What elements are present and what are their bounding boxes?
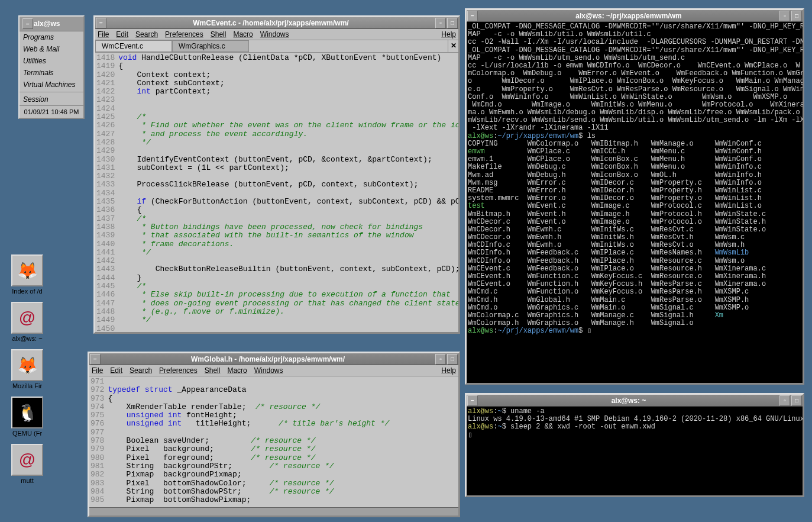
code-editor[interactable]: 971 972 973 974 975 976 977 978 979 980 … [89,376,458,507]
window-title: alx@ws: ~ [478,397,779,405]
maximize-icon[interactable]: □ [447,18,458,28]
desktop-icon-mutt[interactable]: @ mutt [7,444,47,484]
line-gutter: 1418 1419 1420 1421 1422 1423 1424 1425 … [96,54,118,331]
terminal-body[interactable]: _OL_COMPAT -DNO_MESSAGE_CATALOG -DMWMRCD… [467,22,803,383]
debian-icon: @ [11,302,43,334]
minimize-icon[interactable]: ▫ [779,395,790,406]
window-menu-icon[interactable]: − [467,11,478,21]
code-editor[interactable]: 1418 1419 1420 1421 1422 1423 1424 1425 … [95,53,458,332]
icon-label: mutt [7,477,47,484]
editor-window-1: − WmCEvent.c - /home/alx/prj/xapps/emwm/… [93,15,460,334]
menu-terminals[interactable]: Terminals [20,67,83,79]
window-title: alx@ws: ~/prj/xapps/emwm/wm [478,12,779,20]
tab-close-icon[interactable]: ✕ [448,40,458,52]
menubar: File Edit Search Preferences Shell Macro… [95,29,458,40]
tab-wmcevent[interactable]: WmCEvent.c [95,40,172,52]
menubar: File Edit Search Preferences Shell Macro… [89,365,458,376]
titlebar[interactable]: − WmGlobal.h - /home/alx/prj/xapps/emwm/… [89,353,458,365]
menu-windows[interactable]: Windows [260,30,289,38]
editor-window-2: − WmGlobal.h - /home/alx/prj/xapps/emwm/… [88,352,460,517]
menu-macro[interactable]: Macro [227,366,247,375]
desktop-icon-qemu[interactable]: 🐧 QEMU (Fr [7,397,47,437]
minimize-icon[interactable]: ▫ [435,18,446,28]
menu-edit[interactable]: Edit [110,366,122,375]
terminal-body[interactable]: alx@ws:~$ uname -a Linux ws 4.19.0-13-am… [467,407,803,495]
terminal-window-2: − alx@ws: ~ ▫ □ alx@ws:~$ uname -a Linux… [465,393,804,497]
titlebar[interactable]: − alx@ws: ~ ▫ □ [467,395,803,407]
menu-file[interactable]: File [98,30,109,38]
firefox-icon: 🦊 [11,349,43,381]
window-menu-icon[interactable]: − [96,18,106,28]
icon-label: alx@ws: ~ [7,335,47,342]
menu-preferences[interactable]: Preferences [159,366,198,375]
line-gutter: 971 972 973 974 975 976 977 978 979 980 … [90,378,108,506]
menu-search[interactable]: Search [130,366,152,375]
tab-wmgraphics[interactable]: WmGraphics.c [172,40,249,52]
maximize-icon[interactable]: □ [447,354,458,365]
debian-icon: @ [11,444,43,476]
maximize-icon[interactable]: □ [791,395,802,406]
window-menu-icon[interactable]: − [90,354,101,365]
menu-programs[interactable]: Programs [20,31,83,43]
icon-label: Index of /d [7,288,47,295]
titlebar[interactable]: − alx@ws: ~/prj/xapps/emwm/wm ▫ □ [467,10,803,22]
menu-session[interactable]: Session [20,94,83,105]
panel-clock: 01/09/21 10:46 PM [20,105,83,118]
icon-label: QEMU (Fr [7,430,47,437]
menu-file[interactable]: File [92,366,103,375]
menu-utilities[interactable]: Utilities [20,55,83,67]
titlebar[interactable]: − WmCEvent.c - /home/alx/prj/xapps/emwm/… [95,17,458,29]
panel-title-text: alx@ws [34,20,60,28]
menu-macro[interactable]: Macro [233,30,253,38]
desktop-icon-index[interactable]: 🦊 Index of /d [7,254,47,295]
horizontal-scrollbar[interactable] [89,507,458,515]
menu-windows[interactable]: Windows [254,366,283,375]
window-title: WmCEvent.c - /home/alx/prj/xapps/emwm/wm… [107,19,435,27]
menu-web-mail[interactable]: Web & Mail [20,43,83,55]
menu-preferences[interactable]: Preferences [165,30,203,38]
firefox-icon: 🦊 [11,254,43,286]
panel-title: − alx@ws [20,17,83,31]
menu-help[interactable]: Help [441,366,456,375]
window-menu-icon[interactable]: − [467,395,478,406]
minimize-icon[interactable]: ▫ [779,11,790,21]
code-body[interactable]: void HandleCButtonRelease (ClientData *p… [118,54,458,331]
menu-vms[interactable]: Virtual Machines [20,79,83,91]
window-title: WmGlobal.h - /home/alx/prj/xapps/emwm/wm… [101,355,435,363]
menu-search[interactable]: Search [135,30,158,38]
tab-bar: WmCEvent.c WmGraphics.c ✕ [95,40,458,53]
menu-shell[interactable]: Shell [205,366,221,375]
menu-shell[interactable]: Shell [211,30,227,38]
terminal-window-1: − alx@ws: ~/prj/xapps/emwm/wm ▫ □ _OL_CO… [465,8,804,385]
qemu-icon: 🐧 [11,397,43,428]
maximize-icon[interactable]: □ [791,11,802,21]
root-menu-panel: − alx@ws Programs Web & Mail Utilities T… [18,15,85,119]
menu-edit[interactable]: Edit [116,30,128,38]
desktop-icon-firefox[interactable]: 🦊 Mozilla Fir [7,349,47,389]
panel-menu-icon[interactable]: − [22,18,33,29]
icon-label: Mozilla Fir [7,382,47,389]
desktop-icon-terminal[interactable]: @ alx@ws: ~ [7,302,47,342]
code-body[interactable]: typedef struct _AppearanceData { XmRende… [108,378,457,506]
minimize-icon[interactable]: ▫ [435,354,446,365]
menu-help[interactable]: Help [441,30,456,38]
